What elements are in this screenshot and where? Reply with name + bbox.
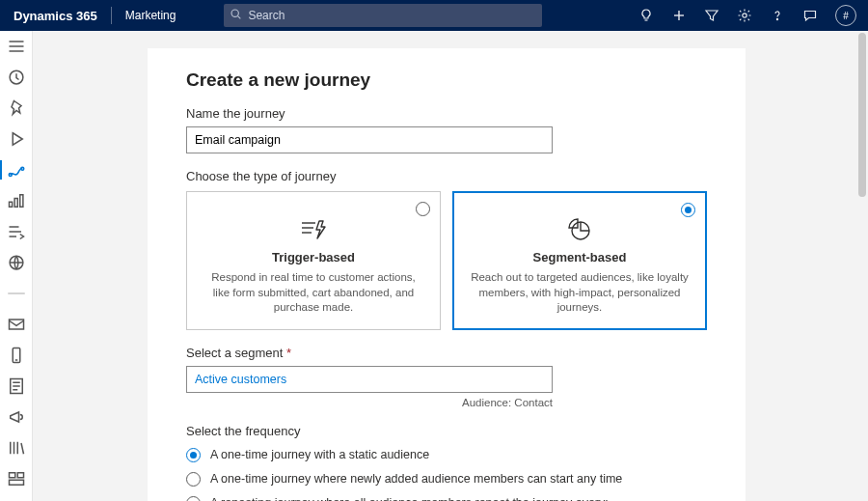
journey-name-input[interactable] <box>186 126 553 153</box>
svg-point-6 <box>776 18 777 19</box>
app-name: Marketing <box>112 9 190 22</box>
svg-rect-21 <box>9 320 23 329</box>
top-app-bar: Dynamics 365 Marketing # <box>0 0 868 31</box>
journey-type-cards: Trigger-based Respond in real time to cu… <box>186 191 707 330</box>
svg-rect-14 <box>14 199 17 208</box>
page-title: Create a new journey <box>186 70 707 91</box>
freq-option-static[interactable]: A one-time journey with a static audienc… <box>186 448 707 462</box>
journey-create-panel: Create a new journey Name the journey Ch… <box>148 48 746 501</box>
svg-line-1 <box>238 16 241 19</box>
triggers-icon[interactable] <box>7 222 26 241</box>
help-icon[interactable] <box>770 8 785 23</box>
journeys-icon[interactable] <box>7 160 26 180</box>
content-stage: Create a new journey Name the journey Ch… <box>33 31 868 501</box>
freq-option-label: A repeating journey where all audience m… <box>210 496 609 501</box>
form-icon[interactable] <box>7 376 26 396</box>
card-segment-based[interactable]: Segment-based Reach out to targeted audi… <box>452 191 707 330</box>
radio-unselected-icon <box>186 472 201 487</box>
add-icon[interactable] <box>671 8 687 23</box>
library-icon[interactable] <box>7 438 26 458</box>
freq-option-label: A one-time journey where newly added aud… <box>210 472 622 486</box>
filter-icon[interactable] <box>704 8 719 23</box>
type-label: Choose the type of journey <box>186 169 707 183</box>
card-trigger-title: Trigger-based <box>203 250 424 264</box>
audience-hint: Audience: Contact <box>186 397 553 408</box>
card-trigger-desc: Respond in real time to customer actions… <box>203 270 424 316</box>
card-segment-desc: Reach out to targeted audiences, like lo… <box>469 270 691 316</box>
freq-option-label: A one-time journey with a static audienc… <box>210 448 429 461</box>
gear-icon[interactable] <box>737 8 752 23</box>
megaphone-icon[interactable] <box>7 407 26 427</box>
mobile-icon[interactable] <box>7 346 26 365</box>
svg-rect-32 <box>9 473 14 478</box>
svg-point-5 <box>743 14 746 17</box>
trigger-icon <box>203 215 424 244</box>
freq-option-repeating[interactable]: A repeating journey where all audience m… <box>186 496 707 501</box>
search-icon <box>230 8 242 23</box>
segment-value: Active customers <box>195 373 286 386</box>
top-right-actions: # <box>638 5 868 26</box>
name-label: Name the journey <box>186 106 707 121</box>
frequency-options: A one-time journey with a static audienc… <box>186 448 707 501</box>
svg-rect-13 <box>9 202 12 207</box>
hamburger-icon[interactable] <box>7 37 26 56</box>
card-segment-title: Segment-based <box>469 250 691 264</box>
analytics-icon[interactable] <box>7 191 26 210</box>
pin-icon[interactable] <box>7 98 26 118</box>
app-shell: RM Create a new journey Name the journey… <box>0 31 868 501</box>
recent-icon[interactable] <box>7 68 26 87</box>
global-search[interactable] <box>224 4 542 27</box>
user-avatar[interactable]: # <box>835 5 856 26</box>
template-icon[interactable] <box>7 469 26 488</box>
globe-icon[interactable] <box>7 253 26 272</box>
svg-rect-34 <box>9 480 23 485</box>
svg-rect-15 <box>19 195 22 208</box>
svg-point-0 <box>231 10 238 16</box>
freq-option-newmembers[interactable]: A one-time journey where newly added aud… <box>186 472 707 487</box>
frequency-label: Select the frequency <box>186 424 707 438</box>
svg-rect-33 <box>17 473 23 478</box>
play-icon[interactable] <box>7 129 26 149</box>
chat-icon[interactable] <box>802 8 818 23</box>
radio-unselected-icon <box>416 202 430 216</box>
left-nav-rail: RM <box>0 31 33 501</box>
card-trigger-based[interactable]: Trigger-based Respond in real time to cu… <box>186 191 441 330</box>
search-input[interactable] <box>248 9 536 22</box>
scrollbar-thumb[interactable] <box>858 33 866 197</box>
radio-selected-icon <box>186 448 201 462</box>
brand-name: Dynamics 365 <box>0 9 111 23</box>
mail-icon[interactable] <box>7 315 26 334</box>
radio-unselected-icon <box>186 496 201 501</box>
segment-picker[interactable]: Active customers <box>186 366 553 393</box>
radio-selected-icon <box>681 203 695 217</box>
segment-icon <box>469 215 691 244</box>
segment-label: Select a segment <box>186 346 707 360</box>
svg-line-31 <box>21 443 24 454</box>
lightbulb-icon[interactable] <box>638 8 654 23</box>
divider-rail <box>7 284 26 303</box>
